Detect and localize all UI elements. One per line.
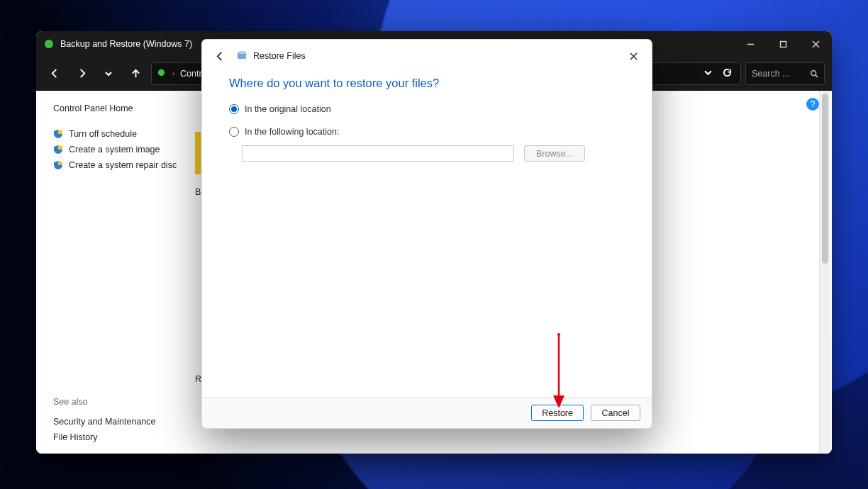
up-button[interactable] — [124, 62, 147, 85]
vertical-scrollbar[interactable] — [819, 91, 830, 454]
control-panel-home-link[interactable]: Control Panel Home — [53, 103, 184, 113]
sidebar-item-label: Create a system repair disc — [69, 160, 177, 170]
search-input[interactable]: Search ... — [745, 62, 825, 85]
sidebar-link-security-maintenance[interactable]: Security and Maintenance — [53, 414, 184, 429]
search-placeholder: Search ... — [752, 69, 790, 79]
radio-button-icon — [229, 127, 239, 137]
see-also-heading: See also — [53, 397, 184, 407]
refresh-icon[interactable] — [723, 68, 732, 79]
forward-button[interactable] — [70, 62, 93, 85]
dialog-header: Restore Files — [202, 40, 652, 72]
close-window-button[interactable] — [799, 31, 832, 57]
back-button[interactable] — [43, 62, 66, 85]
maximize-button[interactable] — [767, 31, 799, 57]
cancel-button[interactable]: Cancel — [591, 405, 640, 421]
chevron-down-icon[interactable] — [703, 68, 713, 79]
info-bar — [195, 132, 201, 174]
shield-icon — [53, 129, 63, 139]
wizard-back-button[interactable] — [211, 47, 229, 65]
dialog-body: Where do you want to restore your files?… — [202, 72, 652, 397]
sidebar-link-create-system-image[interactable]: Create a system image — [53, 142, 184, 157]
radio-button-icon — [229, 104, 239, 114]
address-icon — [156, 67, 167, 80]
shield-icon — [53, 160, 63, 170]
radio-label: In the original location — [245, 104, 331, 114]
window-title: Backup and Restore (Windows 7) — [60, 39, 192, 49]
app-icon — [43, 38, 55, 50]
sidebar: Control Panel Home Turn off schedule Cre… — [36, 91, 195, 454]
sidebar-link-turn-off-schedule[interactable]: Turn off schedule — [53, 126, 184, 142]
shield-icon — [53, 145, 63, 154]
location-row: Browse... — [242, 145, 625, 162]
help-icon[interactable]: ? — [806, 98, 819, 111]
restore-icon — [236, 50, 247, 63]
wizard-title-text: Restore Files — [253, 51, 306, 61]
location-input[interactable] — [242, 145, 514, 162]
minimize-button[interactable] — [734, 31, 767, 57]
sidebar-item-label: Create a system image — [69, 145, 160, 154]
radio-original-location[interactable]: In the original location — [229, 104, 625, 114]
dialog-heading: Where do you want to restore your files? — [229, 77, 625, 90]
sidebar-link-file-history[interactable]: File History — [53, 429, 184, 445]
radio-label: In the following location: — [245, 127, 339, 137]
radio-following-location[interactable]: In the following location: — [229, 127, 625, 137]
svg-point-2 — [158, 69, 165, 75]
dialog-footer: Restore Cancel — [202, 397, 652, 428]
restore-button[interactable]: Restore — [531, 405, 584, 421]
search-icon — [810, 69, 818, 78]
chevron-right-icon: › — [172, 70, 174, 77]
wizard-title: Restore Files — [236, 50, 306, 63]
dialog-close-button[interactable] — [621, 45, 646, 67]
scrollbar-thumb[interactable] — [822, 94, 828, 264]
svg-rect-1 — [780, 41, 786, 47]
svg-point-0 — [45, 40, 53, 48]
sidebar-item-label: Turn off schedule — [69, 129, 137, 139]
sidebar-link-create-repair-disc[interactable]: Create a system repair disc — [53, 157, 184, 173]
restore-files-dialog: Restore Files Where do you want to resto… — [201, 39, 652, 429]
svg-point-3 — [811, 70, 816, 75]
recent-locations-button[interactable] — [97, 62, 120, 85]
svg-rect-5 — [239, 51, 245, 54]
browse-button[interactable]: Browse... — [524, 145, 585, 162]
